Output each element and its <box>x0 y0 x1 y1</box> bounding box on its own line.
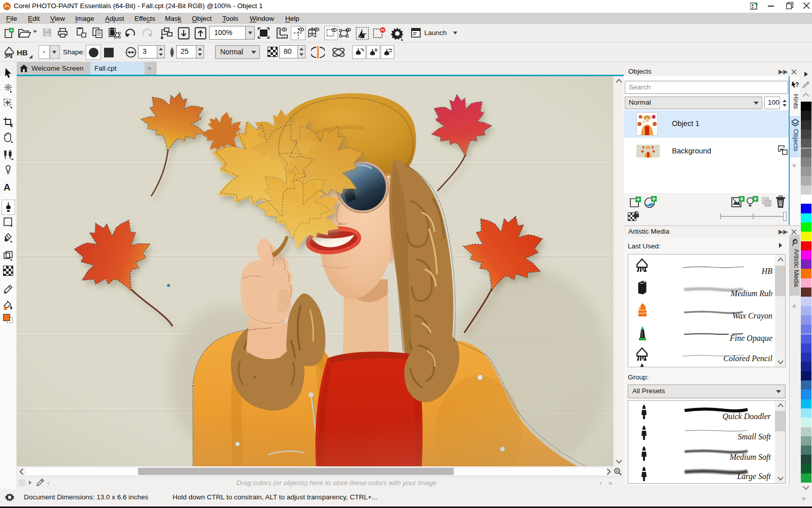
svg-text:?: ? <box>795 81 799 88</box>
